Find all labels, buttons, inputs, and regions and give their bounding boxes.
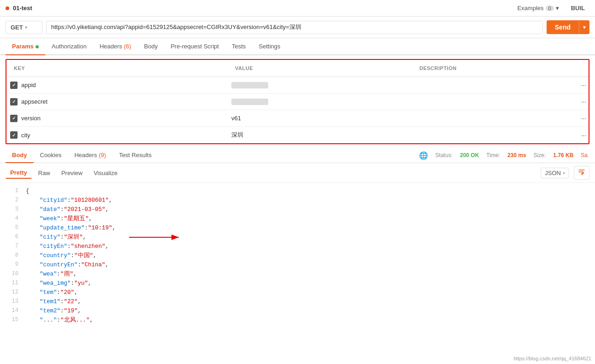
row-value: v61	[231, 115, 241, 122]
tab-settings[interactable]: Settings	[252, 38, 287, 55]
tab-name: 01-test	[13, 5, 32, 12]
tab-prerequest[interactable]: Pre-request Script	[164, 38, 225, 55]
pretty-button[interactable]: Pretty	[6, 167, 32, 179]
response-tabs-left: Body Cookies Headers (9) Test Results	[6, 148, 158, 163]
response-status: 🌐 Status: 200 OK Time: 230 ms Size: 1.76…	[419, 151, 589, 160]
table-row: appsecret ···	[6, 94, 589, 110]
row-description-cell	[412, 116, 577, 121]
row-value-cell: 深圳	[228, 128, 412, 142]
tab-title: 01-test	[6, 5, 32, 12]
json-line-city: 6 "city": "深圳",	[0, 233, 595, 242]
row-key-cell: appsecret	[6, 95, 228, 108]
response-tab-cookies[interactable]: Cookies	[34, 148, 68, 163]
watermark: https://blog.csdn.net/qq_41684621	[510, 355, 595, 362]
json-line: 14 "tem2": "19",	[0, 306, 595, 316]
row-value-blurred	[231, 99, 268, 105]
wrap-button[interactable]	[574, 166, 589, 180]
response-headers-count: (9)	[99, 152, 106, 159]
status-label: Status:	[436, 152, 453, 159]
size-value: 1.76 KB	[553, 152, 573, 159]
col-description: DESCRIPTION	[416, 63, 574, 74]
row-more: ···	[577, 112, 589, 124]
row-key-cell: version	[6, 112, 228, 125]
url-bar: GET ▾ Send ▾	[0, 17, 595, 38]
json-line: 13 "tem1": "22",	[0, 297, 595, 306]
json-line: 8 "country": "中国",	[0, 251, 595, 260]
row-description-cell	[412, 132, 577, 138]
request-tabs: Params Authorization Headers (6) Body Pr…	[0, 38, 595, 55]
row-checkbox[interactable]	[10, 98, 18, 106]
response-tab-body[interactable]: Body	[6, 148, 34, 163]
row-checkbox[interactable]	[10, 131, 18, 139]
examples-button[interactable]: Examples 0 ▾	[513, 3, 562, 13]
json-line: 9 "countryEn": "China",	[0, 260, 595, 270]
col-value: VALUE	[231, 63, 416, 74]
top-bar: 01-test Examples 0 ▾ BUIL	[0, 0, 595, 17]
tab-params[interactable]: Params	[6, 38, 45, 55]
json-line: 7 "cityEn": "shenzhen",	[0, 242, 595, 251]
globe-icon: 🌐	[419, 151, 428, 160]
row-key: appsecret	[21, 98, 47, 105]
tab-authorization[interactable]: Authorization	[45, 38, 93, 55]
tab-dot	[6, 6, 9, 10]
json-toolbar: Pretty Raw Preview Visualize JSON ▾	[0, 163, 595, 183]
table-row: appid ···	[6, 77, 589, 94]
row-value-cell	[228, 96, 412, 108]
top-bar-right: Examples 0 ▾ BUIL	[513, 3, 589, 13]
table-header: KEY VALUE DESCRIPTION	[6, 60, 589, 77]
row-checkbox[interactable]	[10, 115, 18, 122]
time-label: Time:	[486, 152, 500, 159]
params-dot	[35, 45, 39, 48]
col-actions	[574, 63, 585, 74]
row-value-cell: v61	[228, 112, 412, 124]
arrow-annotation	[129, 233, 184, 242]
row-key: city	[21, 132, 30, 139]
row-key-cell: city	[6, 129, 228, 141]
size-label: Size:	[534, 152, 546, 159]
status-value: 200 OK	[460, 152, 479, 159]
preview-button[interactable]: Preview	[57, 168, 87, 178]
headers-count: (6)	[124, 43, 131, 50]
row-key: version	[21, 115, 41, 122]
json-line: 4 "week": "星期五",	[0, 214, 595, 223]
row-value-blurred	[231, 82, 268, 88]
row-value: 深圳	[231, 131, 243, 139]
json-format-select[interactable]: JSON ▾	[541, 168, 569, 178]
examples-count: 0	[546, 6, 554, 11]
build-button[interactable]: BUIL	[566, 3, 589, 13]
json-line: 5 "update_time": "10:19",	[0, 223, 595, 233]
visualize-button[interactable]: Visualize	[89, 168, 122, 178]
json-line: 3 "date": "2021-03-05",	[0, 205, 595, 214]
send-dropdown-arrow[interactable]: ▾	[579, 21, 589, 34]
send-button[interactable]: Send ▾	[547, 20, 589, 34]
json-line: 2 "cityid": "101280601",	[0, 196, 595, 205]
tab-body[interactable]: Body	[138, 38, 165, 55]
row-key-cell: appid	[6, 79, 228, 92]
json-content: 1 { 2 "cityid": "101280601", 3 "date": "…	[0, 183, 595, 364]
json-line: 12 "tem": "20",	[0, 288, 595, 297]
chevron-down-icon: ▾	[25, 25, 27, 30]
chevron-down-icon: ▾	[556, 5, 559, 12]
json-line: 1 {	[0, 187, 595, 196]
url-input[interactable]	[46, 21, 543, 34]
response-tab-test-results[interactable]: Test Results	[112, 148, 158, 163]
tab-headers[interactable]: Headers (6)	[93, 38, 138, 55]
row-value-cell	[228, 79, 412, 91]
response-tab-headers[interactable]: Headers (9)	[68, 148, 112, 163]
col-key: KEY	[10, 63, 231, 74]
save-link[interactable]: Sa	[581, 152, 588, 159]
raw-button[interactable]: Raw	[34, 168, 55, 178]
row-description-cell	[412, 82, 577, 88]
json-line: 15 "...": "北风...",	[0, 316, 595, 325]
row-checkbox[interactable]	[10, 82, 18, 89]
table-row: city 深圳 ···	[6, 127, 589, 143]
json-line: 10 "wea": "雨",	[0, 270, 595, 279]
json-line: 11 "wea_img": "yu",	[0, 279, 595, 288]
row-more: ···	[577, 79, 589, 91]
response-tabs: Body Cookies Headers (9) Test Results 🌐 …	[0, 148, 595, 163]
table-row: version v61 ···	[6, 110, 589, 127]
row-more: ···	[577, 129, 589, 141]
tab-tests[interactable]: Tests	[225, 38, 252, 55]
method-select[interactable]: GET ▾	[6, 21, 42, 34]
params-table: KEY VALUE DESCRIPTION appid ··· appsecre…	[6, 59, 589, 144]
